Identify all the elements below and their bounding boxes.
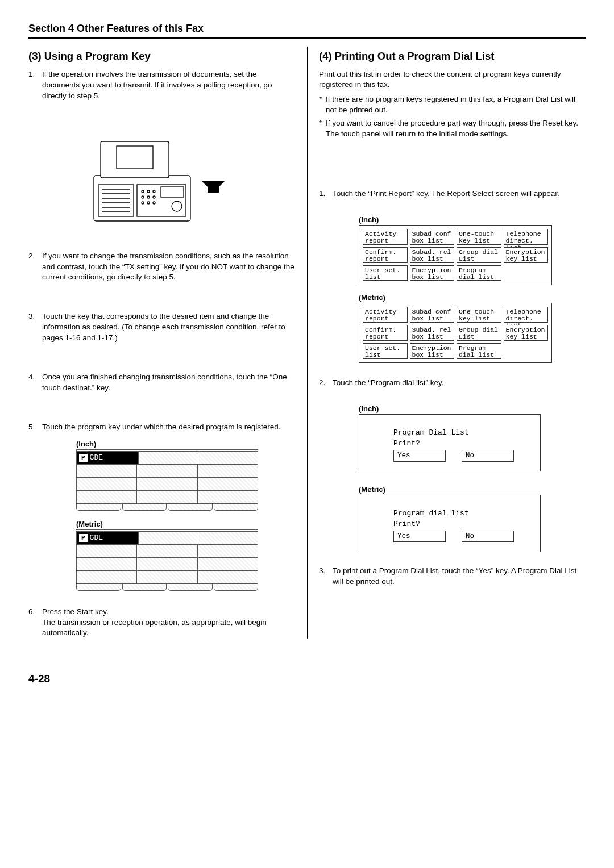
program-panel-tabs: [76, 504, 258, 511]
report-button[interactable]: Telephone direct. list: [504, 307, 549, 323]
program-key-empty[interactable]: [198, 478, 258, 490]
svg-marker-22: [202, 181, 225, 193]
report-button[interactable]: Program dial list: [457, 265, 501, 281]
program-key-empty[interactable]: [77, 558, 137, 570]
report-button[interactable]: Program dial list: [457, 343, 501, 359]
no-button[interactable]: No: [462, 450, 514, 462]
right-steps: 1. Touch the “Print Report” key. The Rep…: [319, 189, 586, 199]
step-text: Press the Start key. The transmission or…: [42, 607, 296, 639]
asterisk-icon: *: [319, 94, 326, 116]
report-button[interactable]: User set. list: [363, 343, 408, 359]
report-button[interactable]: User set. list: [363, 265, 408, 281]
program-key-label: GDE: [90, 453, 103, 462]
program-key-empty[interactable]: [198, 558, 258, 570]
step-number: 6.: [28, 607, 42, 639]
print-dialog-metric: (Metric) Program dial list Print? Yes No: [359, 485, 541, 552]
panel-tab[interactable]: [76, 504, 121, 511]
program-key-empty[interactable]: [77, 491, 137, 503]
program-panel-metric: (Metric) P GDE: [76, 520, 258, 591]
step-number: 5.: [28, 422, 42, 433]
program-key-empty[interactable]: [77, 478, 137, 490]
report-select-grid: Activity reportSubad conf box listOne-to…: [359, 303, 552, 363]
right-heading: (4) Printing Out a Program Dial List: [319, 50, 586, 62]
panel-tab[interactable]: [214, 584, 259, 591]
report-button[interactable]: Subad. rel box list: [410, 247, 455, 263]
report-button[interactable]: Group dial List: [457, 247, 501, 263]
program-key-gde[interactable]: P GDE: [77, 452, 139, 464]
step-text: If you want to change the transmission c…: [42, 251, 296, 283]
report-button[interactable]: Subad conf box list: [410, 307, 455, 323]
panel-tab[interactable]: [76, 584, 121, 591]
note-text: If there are no program keys registered …: [326, 94, 586, 116]
program-key-empty[interactable]: [198, 545, 258, 557]
program-key-empty[interactable]: [198, 491, 258, 503]
program-key-gde[interactable]: P GDE: [77, 532, 139, 544]
program-key-empty[interactable]: [137, 478, 197, 490]
yes-button[interactable]: Yes: [393, 450, 446, 462]
step-text: To print out a Program Dial List, touch …: [333, 566, 586, 587]
program-panel-inch: (Inch) P GDE: [76, 440, 258, 511]
report-button[interactable]: Encryption box list: [410, 343, 455, 359]
program-key-empty[interactable]: [139, 452, 198, 464]
svg-point-18: [147, 202, 150, 204]
program-key-empty[interactable]: [198, 452, 258, 464]
panel-tab[interactable]: [214, 504, 259, 511]
panel-tab[interactable]: [122, 584, 167, 591]
program-key-empty[interactable]: [139, 532, 198, 544]
program-key-empty[interactable]: [77, 571, 137, 583]
program-key-grid: P GDE: [76, 449, 258, 504]
program-key-empty[interactable]: [137, 558, 197, 570]
dialog-title: Program dial list: [393, 509, 517, 518]
panel-label-inch: (Inch): [359, 215, 552, 224]
svg-point-14: [142, 196, 144, 198]
report-button[interactable]: Group dial List: [457, 325, 501, 341]
panel-tab[interactable]: [122, 504, 167, 511]
report-button[interactable]: One-touch key list: [457, 229, 501, 245]
program-key-empty[interactable]: [77, 465, 137, 477]
report-button[interactable]: Activity report: [363, 307, 408, 323]
step-text: Touch the key that corresponds to the de…: [42, 311, 296, 344]
report-button[interactable]: Activity report: [363, 229, 408, 245]
program-key-empty[interactable]: [137, 491, 197, 503]
dialog-box: Program Dial List Print? Yes No: [359, 414, 541, 471]
panel-tab[interactable]: [168, 584, 213, 591]
no-button[interactable]: No: [462, 531, 514, 542]
report-button-empty: [504, 343, 549, 359]
right-intro: Print out this list in order to check th…: [319, 69, 586, 90]
program-key-empty[interactable]: [137, 465, 197, 477]
program-key-label: GDE: [90, 533, 103, 542]
report-button[interactable]: Subad conf box list: [410, 229, 455, 245]
report-button[interactable]: Encryption key list: [504, 325, 549, 341]
print-dialog-inch: (Inch) Program Dial List Print? Yes No: [359, 404, 541, 471]
panel-label-metric: (Metric): [359, 293, 552, 302]
report-button[interactable]: Subad. rel box list: [410, 325, 455, 341]
svg-point-11: [142, 190, 144, 193]
report-button[interactable]: Encryption box list: [410, 265, 455, 281]
program-key-empty[interactable]: [137, 545, 197, 557]
svg-point-12: [147, 190, 150, 193]
program-key-empty[interactable]: [137, 571, 197, 583]
program-key-empty[interactable]: [77, 545, 137, 557]
step-number: 1.: [28, 69, 42, 102]
svg-point-21: [172, 201, 182, 211]
report-button-empty: [504, 265, 549, 281]
report-button[interactable]: One-touch key list: [457, 307, 501, 323]
program-key-empty[interactable]: [198, 532, 258, 544]
panel-label-metric: (Metric): [76, 520, 258, 528]
program-key-empty[interactable]: [198, 465, 258, 477]
step-number: 4.: [28, 372, 42, 394]
right-steps-2: 2. Touch the “Program dial list” key.: [319, 378, 586, 389]
dialog-box: Program dial list Print? Yes No: [359, 495, 541, 552]
step-text: Touch the program key under which the de…: [42, 422, 296, 433]
yes-button[interactable]: Yes: [393, 531, 446, 542]
right-steps-3: 3. To print out a Program Dial List, tou…: [319, 566, 586, 587]
asterisk-icon: *: [319, 118, 326, 140]
report-button[interactable]: Confirm. report: [363, 325, 408, 341]
panel-tab[interactable]: [168, 504, 213, 511]
report-button[interactable]: Confirm. report: [363, 247, 408, 263]
program-key-empty[interactable]: [198, 571, 258, 583]
report-button[interactable]: Telephone direct. list: [504, 229, 549, 245]
panel-label-metric: (Metric): [359, 485, 541, 494]
left-steps-end: 6. Press the Start key. The transmission…: [28, 607, 296, 639]
report-button[interactable]: Encryption key list: [504, 247, 549, 263]
